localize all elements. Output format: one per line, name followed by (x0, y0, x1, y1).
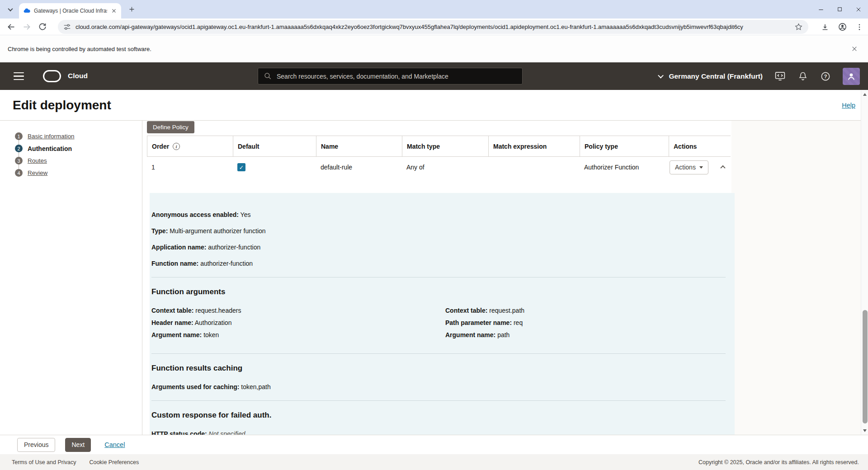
reload-icon[interactable] (38, 22, 47, 31)
cloud-shell-icon[interactable] (774, 70, 786, 82)
cell-policy-type: Authorizer Function (580, 164, 669, 171)
column-header-order: Order i (147, 136, 233, 156)
previous-button[interactable]: Previous (17, 438, 55, 452)
step-label[interactable]: Basic information (28, 133, 75, 140)
step-number: 2 (15, 145, 23, 152)
forward-icon[interactable] (22, 22, 32, 32)
field-label: Header name: (151, 319, 193, 326)
field-label: Application name: (151, 244, 206, 251)
caret-down-icon (699, 166, 703, 169)
detail-field: Arguments used for caching: token,path (151, 383, 726, 390)
field-value: req (514, 319, 523, 326)
field-label: Function name: (151, 260, 198, 267)
chevron-up-icon[interactable] (720, 165, 725, 170)
menu-kebab-icon[interactable] (855, 23, 863, 31)
profile-icon[interactable] (838, 22, 847, 32)
oci-header: Cloud Search resources, services, docume… (0, 62, 868, 90)
step-label[interactable]: Review (28, 169, 47, 176)
help-circle-icon[interactable]: ? (820, 71, 831, 82)
cell-match-type: Any of (402, 164, 488, 171)
row-actions-button[interactable]: Actions (670, 160, 708, 174)
caching-heading: Function results caching (151, 364, 726, 372)
toolbar-right (821, 19, 863, 35)
function-arguments-heading: Function arguments (151, 287, 726, 296)
tab-close-icon[interactable] (111, 8, 117, 14)
sidebar-item-authentication[interactable]: 2 Authentication (15, 145, 75, 152)
sidebar-item-review[interactable]: 4 Review (15, 169, 75, 177)
header-right: Germany Central (Frankfurt) ? (659, 62, 860, 90)
user-avatar[interactable] (843, 68, 860, 85)
infobar-close-icon[interactable] (851, 45, 858, 52)
region-selector[interactable]: Germany Central (Frankfurt) (659, 72, 763, 80)
field-label: Arguments used for caching: (151, 383, 239, 390)
detail-field: Application name: authorizer-function (151, 244, 726, 251)
define-policy-button[interactable]: Define Policy (147, 121, 194, 133)
scroll-up-arrow-icon[interactable] (863, 93, 867, 96)
download-icon[interactable] (821, 23, 830, 32)
detail-field: Context table: request.headers (151, 307, 445, 314)
field-label: Anonymous access enabled: (151, 211, 239, 218)
url-text[interactable]: cloud.oracle.com/api-gateway/gateways/oc… (75, 24, 790, 30)
field-value: Authorization (195, 319, 232, 326)
section-divider (151, 277, 726, 277)
table-row: 1 ✓ default-rule Any of Authorizer Funct… (147, 157, 731, 178)
new-tab-button[interactable] (128, 5, 136, 14)
notifications-bell-icon[interactable] (797, 71, 808, 82)
column-header-policy-type: Policy type (580, 136, 669, 156)
detail-field: Header name: Authorization (151, 319, 445, 326)
bookmark-star-icon[interactable] (794, 23, 803, 31)
window-close-icon[interactable] (855, 6, 862, 13)
detail-field: Function name: authorizer-function (151, 260, 726, 267)
search-icon (264, 72, 272, 80)
field-label: Argument name: (151, 331, 202, 338)
default-checkbox[interactable]: ✓ (237, 163, 245, 171)
sidebar-item-basic-information[interactable]: 1 Basic information (15, 132, 75, 140)
cloud-favicon-icon (23, 7, 30, 14)
field-label: Argument name: (445, 331, 495, 338)
help-link[interactable]: Help (842, 102, 855, 109)
site-settings-icon[interactable] (63, 23, 71, 31)
right-gutter (731, 121, 861, 435)
field-value: token (203, 331, 219, 338)
wizard-step-sidebar: 1 Basic information 2 Authentication 3 R… (0, 121, 142, 435)
step-number: 1 (15, 132, 23, 140)
scroll-down-arrow-icon[interactable] (863, 429, 867, 432)
next-button[interactable]: Next (65, 438, 91, 452)
detail-field: Argument name: path (445, 331, 726, 338)
field-label: Type: (151, 227, 168, 235)
detail-field: Path parameter name: req (445, 319, 726, 326)
global-search-input[interactable]: Search resources, services, documentatio… (258, 68, 523, 85)
terms-link[interactable]: Terms of Use and Privacy (12, 459, 76, 465)
field-value: Yes (241, 211, 251, 218)
region-label: Germany Central (Frankfurt) (669, 72, 763, 80)
tab-search-button[interactable] (5, 4, 16, 15)
column-label: Order (152, 143, 169, 150)
authentication-content: Define Policy Order i Default Name Match… (143, 121, 731, 435)
cancel-link[interactable]: Cancel (104, 441, 125, 448)
field-value: request.headers (195, 307, 241, 314)
cell-order: 1 (147, 164, 233, 171)
browser-tab[interactable]: Gateways | Oracle Cloud Infrast (19, 3, 121, 19)
sidebar-item-routes[interactable]: 3 Routes (15, 157, 75, 164)
back-icon[interactable] (6, 22, 16, 32)
person-icon (846, 71, 857, 82)
step-label[interactable]: Routes (28, 157, 47, 164)
chevron-down-icon (658, 73, 664, 79)
args-right-column: Context table: request.path Path paramet… (445, 307, 726, 343)
copyright-text: Copyright © 2025, Oracle and/or its affi… (698, 459, 859, 465)
column-header-match-expression: Match expression (489, 136, 580, 156)
info-icon[interactable]: i (173, 143, 180, 150)
vertical-scrollbar[interactable] (861, 90, 868, 435)
step-label: Authentication (28, 145, 72, 152)
custom-response-heading: Custom response for failed auth. (151, 411, 726, 419)
scrollbar-thumb[interactable] (863, 310, 868, 423)
section-divider (151, 353, 726, 354)
window-minimize-icon[interactable] (818, 6, 824, 13)
tab-title: Gateways | Oracle Cloud Infrast (34, 8, 107, 14)
hamburger-menu-icon[interactable] (14, 72, 24, 80)
field-label: Context table: (151, 307, 193, 314)
window-maximize-icon[interactable] (837, 6, 843, 12)
policy-table: Order i Default Name Match type Match ex… (147, 136, 731, 178)
cookie-preferences-link[interactable]: Cookie Preferences (89, 459, 139, 465)
url-bar[interactable]: cloud.oracle.com/api-gateway/gateways/oc… (58, 20, 808, 34)
